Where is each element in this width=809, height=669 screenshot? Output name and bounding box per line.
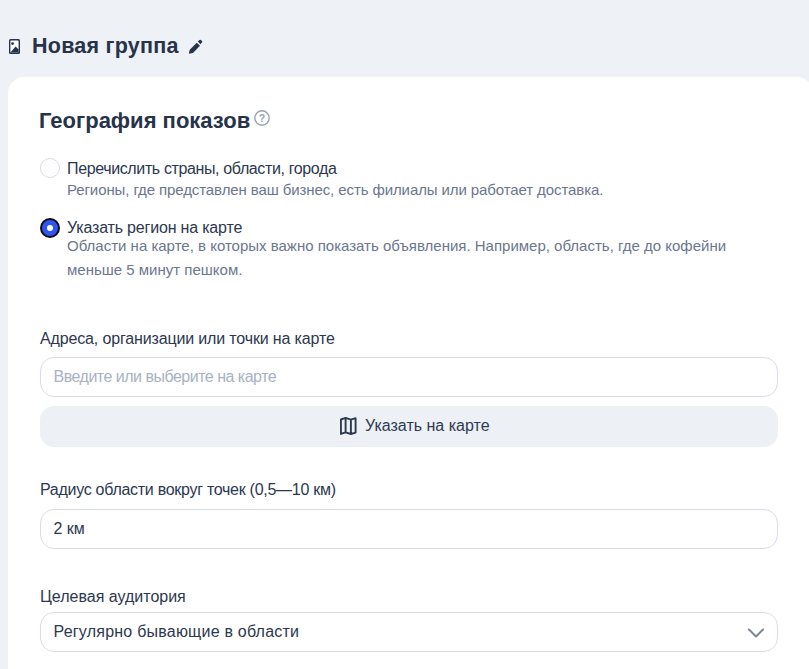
svg-text:?: ? (259, 112, 265, 124)
